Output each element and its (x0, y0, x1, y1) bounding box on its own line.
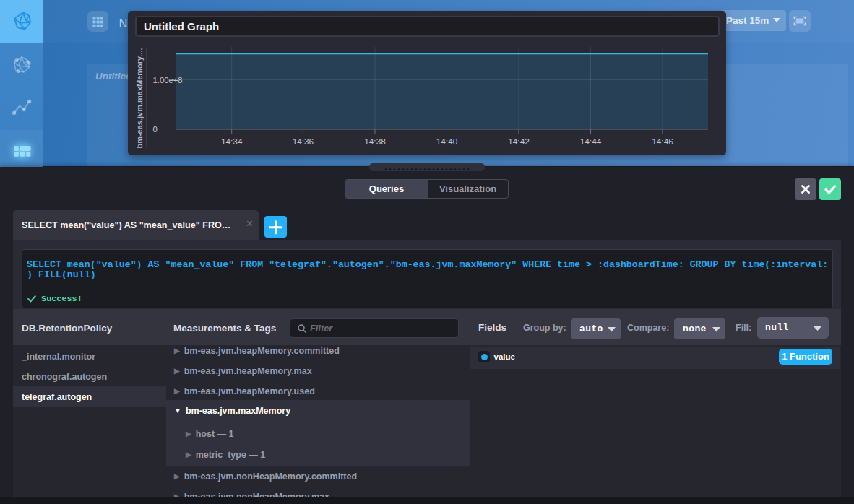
svg-text:14:42: 14:42 (508, 136, 530, 147)
svg-text:14:44: 14:44 (580, 136, 602, 147)
svg-text:14:36: 14:36 (293, 136, 314, 147)
svg-text:14:40: 14:40 (436, 136, 458, 147)
svg-text:14:46: 14:46 (652, 136, 673, 147)
svg-text:0: 0 (153, 125, 158, 134)
svg-text:14:38: 14:38 (364, 136, 386, 147)
svg-text:bm-eas.jvm.maxMemory....: bm-eas.jvm.maxMemory.... (135, 48, 144, 148)
svg-text:1.00e+8: 1.00e+8 (153, 76, 183, 84)
svg-text:14:34: 14:34 (221, 136, 243, 147)
